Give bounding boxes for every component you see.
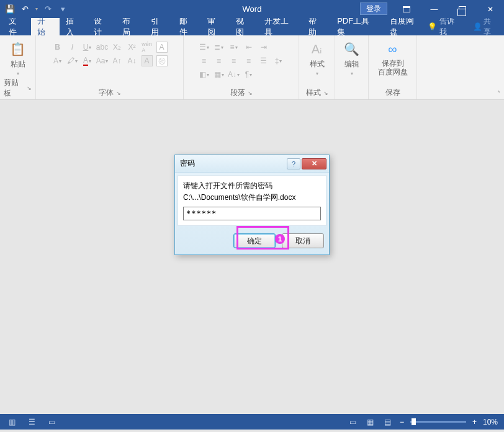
tab-design[interactable]: 设计	[88, 18, 116, 35]
zoom-text[interactable]: 10%	[483, 418, 498, 426]
tab-view[interactable]: 视图	[230, 18, 258, 35]
collapse-ribbon-button[interactable]: ˄	[497, 90, 500, 97]
tab-references[interactable]: 引用	[145, 18, 173, 35]
view-read-button[interactable]: ▭	[348, 417, 359, 427]
borders-button[interactable]: ▦▾	[214, 69, 225, 80]
enclose-char-button[interactable]: ㊓	[156, 55, 168, 66]
share-button[interactable]: 👤共享	[473, 16, 498, 37]
tab-help[interactable]: 帮助	[302, 18, 331, 35]
password-input[interactable]	[183, 207, 321, 220]
align-left-button[interactable]: ≡	[199, 55, 210, 66]
close-button[interactable]: ✕	[476, 0, 504, 18]
tab-file[interactable]: 文件	[2, 18, 31, 35]
tab-home[interactable]: 开始	[31, 18, 60, 35]
paste-label: 粘贴	[11, 59, 25, 70]
tab-pdf[interactable]: PDF工具集	[331, 18, 383, 35]
share-icon: 👤	[473, 22, 482, 31]
styles-launcher[interactable]: ↘	[323, 90, 328, 96]
clipboard-launcher[interactable]: ↘	[27, 85, 32, 91]
tab-baidu[interactable]: 百度网盘	[384, 18, 428, 35]
baidu-save-label: 保存到 百度网盘	[378, 59, 408, 77]
bullets-button[interactable]: ☰▾	[199, 42, 210, 53]
highlight-button[interactable]: 🖍▾	[67, 55, 78, 66]
clipboard-icon: 📋	[9, 40, 27, 58]
group-font-label: 字体	[99, 88, 114, 98]
paste-button[interactable]: 📋 粘贴 ▾	[7, 38, 29, 76]
strike-button[interactable]: abc	[97, 42, 108, 53]
font-launcher[interactable]: ↘	[116, 90, 121, 96]
multilevel-button[interactable]: ≡▾	[228, 42, 240, 53]
shading-button[interactable]: ◧▾	[199, 69, 210, 80]
baidu-save-button[interactable]: ∞ 保存到 百度网盘	[376, 38, 410, 77]
align-center-button[interactable]: ≡	[214, 55, 225, 66]
redo-icon[interactable]: ↷	[43, 4, 53, 14]
align-right-button[interactable]: ≡	[228, 55, 240, 66]
editing-label: 编辑	[344, 59, 359, 70]
ribbon: 📋 粘贴 ▾ 剪贴板↘ B I U▾ abc X₂ X² wénA A	[0, 35, 504, 100]
cancel-button[interactable]: 取消	[282, 233, 324, 248]
ok-button[interactable]: 确定	[233, 233, 276, 248]
paragraph-launcher[interactable]: ↘	[248, 90, 253, 96]
tab-insert[interactable]: 插入	[60, 18, 88, 35]
login-button[interactable]: 登录	[360, 2, 387, 15]
view-web-button[interactable]: ▤	[382, 417, 394, 427]
ribbon-tabs: 文件 开始 插入 设计 布局 引用 邮件 审阅 视图 开发工具 帮助 PDF工具…	[0, 18, 504, 35]
restore-button[interactable]	[448, 0, 476, 18]
tab-layout[interactable]: 布局	[116, 18, 145, 35]
numbering-button[interactable]: ≣▾	[214, 42, 225, 53]
minimize-button[interactable]: —	[420, 0, 448, 18]
decrease-indent-button[interactable]: ⇤	[243, 42, 254, 53]
tell-me[interactable]: 💡告诉我	[428, 16, 461, 37]
distribute-button[interactable]: ☰	[258, 55, 269, 66]
show-marks-button[interactable]: ¶▾	[243, 69, 254, 80]
lightbulb-icon: 💡	[428, 22, 437, 31]
marker-1: 1	[275, 234, 285, 244]
text-effects-button[interactable]: A▾	[52, 55, 63, 66]
zoom-out-button[interactable]: −	[400, 418, 404, 426]
dialog-close-button[interactable]: ✕	[302, 158, 326, 169]
styles-button[interactable]: Aᵢ 样式 ▾	[306, 38, 328, 76]
sort-button[interactable]: A↓▾	[228, 69, 240, 80]
styles-icon: Aᵢ	[308, 40, 326, 58]
status-language-icon[interactable]: ▭	[46, 417, 57, 427]
shrink-font-button[interactable]: A↓	[127, 55, 138, 66]
grow-font-button[interactable]: A↑	[112, 55, 123, 66]
group-baidu-label: 保存	[385, 88, 400, 98]
italic-button[interactable]: I	[67, 42, 78, 53]
subscript-button[interactable]: X₂	[112, 42, 123, 53]
save-icon[interactable]: 💾	[5, 4, 15, 14]
undo-icon[interactable]: ↶	[20, 4, 30, 14]
group-styles-label: 样式	[306, 88, 321, 98]
phonetic-button[interactable]: wénA	[142, 42, 153, 53]
qat-customize-icon[interactable]: ▾	[58, 4, 68, 14]
tab-review[interactable]: 审阅	[201, 18, 230, 35]
char-border-button[interactable]: A	[156, 42, 168, 53]
line-spacing-button[interactable]: ‡▾	[273, 55, 284, 66]
dialog-title: 密码	[180, 158, 195, 169]
char-shading-button[interactable]: A	[142, 55, 153, 66]
document-area: 密码 ? ✕ 请键入打开文件所需的密码 C:\...\Documents\软件自…	[0, 100, 504, 414]
group-paragraph-label: 段落	[230, 88, 245, 98]
zoom-in-button[interactable]: +	[472, 418, 477, 426]
dialog-prompt: 请键入打开文件所需的密码	[183, 181, 321, 191]
change-case-button[interactable]: Aa▾	[97, 55, 108, 66]
status-words-icon[interactable]: ☰	[26, 417, 37, 427]
increase-indent-button[interactable]: ⇥	[258, 42, 269, 53]
tab-mailings[interactable]: 邮件	[173, 18, 202, 35]
find-icon: 🔍	[343, 40, 361, 58]
status-page-icon[interactable]: ▥	[6, 417, 17, 427]
undo-dropdown[interactable]: ▾	[35, 6, 38, 12]
title-bar: 💾 ↶ ▾ ↷ ▾ Word 登录 — ✕	[0, 0, 504, 18]
ribbon-options-button[interactable]	[392, 0, 420, 18]
tab-developer[interactable]: 开发工具	[258, 18, 303, 35]
app-title: Word	[243, 4, 262, 14]
underline-button[interactable]: U▾	[82, 42, 93, 53]
font-color-button[interactable]: A▾	[82, 55, 93, 66]
view-print-button[interactable]: ▦	[365, 417, 376, 427]
justify-button[interactable]: ≡	[243, 55, 254, 66]
zoom-slider[interactable]	[410, 421, 466, 423]
dialog-help-button[interactable]: ?	[287, 158, 300, 169]
bold-button[interactable]: B	[52, 42, 63, 53]
editing-button[interactable]: 🔍 编辑 ▾	[341, 38, 363, 76]
superscript-button[interactable]: X²	[127, 42, 138, 53]
